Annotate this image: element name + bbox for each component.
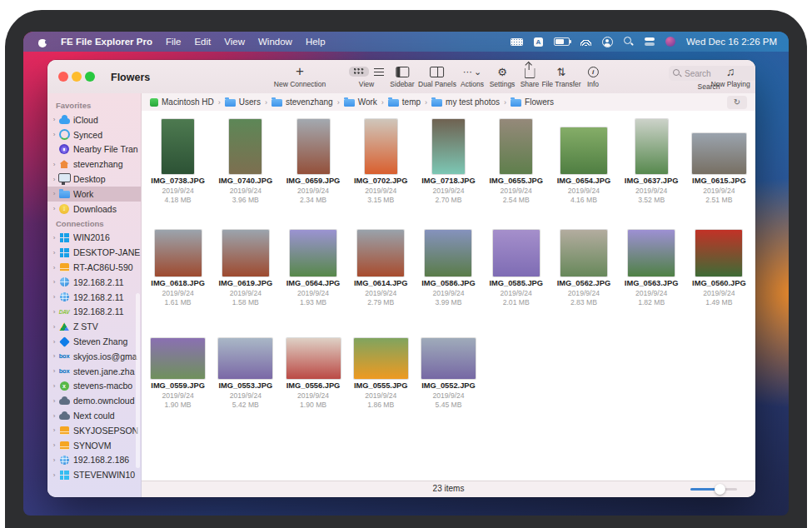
- file-thumbnail[interactable]: [421, 338, 476, 379]
- wifi-icon[interactable]: [580, 38, 591, 46]
- close-button[interactable]: [58, 72, 68, 82]
- file-thumbnail[interactable]: [692, 133, 746, 174]
- file-thumbnail[interactable]: [432, 119, 465, 174]
- account-icon[interactable]: [602, 37, 613, 47]
- file-thumbnail[interactable]: [297, 119, 330, 174]
- sidebar-item-stevenzhang[interactable]: ›stevenzhang: [47, 157, 141, 172]
- file-thumbnail[interactable]: [500, 119, 532, 174]
- breadcrumb-item[interactable]: Users: [225, 97, 261, 107]
- breadcrumb-item[interactable]: temp: [388, 97, 421, 107]
- file-thumbnail[interactable]: [354, 338, 408, 379]
- menu-bar-clock[interactable]: Wed Dec 16 2:26 PM: [686, 37, 777, 47]
- file-item[interactable]: IMG_0586.JPG2019/9/243.99 MB: [415, 217, 482, 320]
- grid-view-button[interactable]: [349, 67, 369, 77]
- status-app-icon[interactable]: [665, 37, 675, 47]
- sidebar-item-next-could[interactable]: ›Next could: [47, 408, 141, 423]
- settings-button[interactable]: ⚙ Settings: [490, 64, 516, 88]
- sidebar-item-192-168-2-11[interactable]: ›DAV192.168.2.11: [47, 305, 141, 320]
- sidebar-item-z-stv[interactable]: ›Z STV: [47, 319, 141, 334]
- file-item[interactable]: IMG_0556.JPG2019/9/241.90 MB: [279, 320, 346, 422]
- file-thumbnail[interactable]: [162, 119, 194, 174]
- file-item[interactable]: IMG_0738.JPG2019/9/244.18 MB: [144, 115, 212, 217]
- zoom-button[interactable]: [85, 72, 95, 82]
- sidebar-item-demo-owncloud[interactable]: ›demo.owncloud: [47, 393, 141, 408]
- actions-button[interactable]: ⋯⌄ Actions: [461, 64, 484, 88]
- sidebar-item-synovm[interactable]: ›SYNOVM: [47, 438, 141, 453]
- disclosure-chevron-icon[interactable]: ›: [51, 190, 57, 197]
- sidebar-item-192-168-2-11[interactable]: ›192.168.2.11: [47, 275, 141, 290]
- minimize-button[interactable]: [72, 72, 82, 82]
- file-item[interactable]: IMG_0552.JPG2019/9/245.45 MB: [415, 320, 482, 422]
- disclosure-chevron-icon[interactable]: ›: [51, 278, 57, 286]
- sidebar-item-synced[interactable]: ›Synced: [47, 127, 141, 142]
- file-item[interactable]: IMG_0740.JPG2019/9/243.96 MB: [212, 115, 279, 217]
- file-thumbnail[interactable]: [635, 119, 668, 174]
- breadcrumb-item[interactable]: Macintosh HD: [150, 97, 214, 107]
- sidebar-item-desktop-jane[interactable]: ›DESKTOP-JANE: [47, 245, 141, 260]
- file-thumbnail[interactable]: [290, 230, 336, 276]
- file-item[interactable]: IMG_0560.JPG2019/9/241.49 MB: [685, 217, 753, 320]
- sidebar-item-icloud[interactable]: ›iCloud: [47, 112, 141, 127]
- sidebar-item-work[interactable]: ›Work: [47, 187, 141, 202]
- disclosure-chevron-icon[interactable]: ›: [51, 176, 57, 183]
- spotlight-icon[interactable]: [624, 37, 634, 47]
- sidebar-item-192-168-2-186[interactable]: ›192.168.2.186: [47, 453, 141, 468]
- disclosure-chevron-icon[interactable]: ›: [51, 205, 57, 212]
- breadcrumb-item[interactable]: Work: [344, 97, 377, 107]
- file-item[interactable]: IMG_0555.JPG2019/9/241.86 MB: [347, 320, 415, 422]
- disclosure-chevron-icon[interactable]: ›: [51, 382, 57, 390]
- list-view-icon[interactable]: [374, 68, 384, 76]
- file-thumbnail[interactable]: [493, 230, 540, 276]
- file-thumbnail[interactable]: [155, 230, 202, 276]
- menu-item-file[interactable]: File: [166, 37, 182, 47]
- file-thumbnail[interactable]: [222, 230, 269, 276]
- menu-item-edit[interactable]: Edit: [194, 37, 211, 47]
- refresh-button[interactable]: ↻: [727, 96, 747, 109]
- disclosure-chevron-icon[interactable]: ›: [51, 116, 57, 123]
- share-button[interactable]: Share: [521, 64, 540, 88]
- file-item[interactable]: IMG_0563.JPG2019/9/241.82 MB: [618, 217, 685, 320]
- disclosure-chevron-icon[interactable]: ›: [51, 131, 57, 138]
- sidebar-item-desktop[interactable]: ›Desktop: [47, 172, 141, 187]
- menu-item-help[interactable]: Help: [306, 37, 326, 47]
- disclosure-chevron-icon[interactable]: ›: [51, 338, 57, 346]
- sidebar-item-stevens-macbo[interactable]: ›xstevens-macbo: [47, 379, 141, 394]
- file-item[interactable]: IMG_0659.JPG2019/9/242.34 MB: [279, 115, 346, 217]
- disclosure-chevron-icon[interactable]: ›: [51, 161, 57, 168]
- file-transfer-button[interactable]: ⇅ File Transfer: [541, 64, 580, 88]
- new-connection-button[interactable]: + New Connection: [274, 64, 326, 88]
- file-thumbnail[interactable]: [357, 230, 404, 276]
- disclosure-chevron-icon[interactable]: ›: [51, 426, 57, 434]
- file-thumbnail[interactable]: [560, 127, 607, 174]
- disclosure-chevron-icon[interactable]: ›: [51, 249, 57, 257]
- control-center-icon[interactable]: [645, 37, 655, 46]
- sidebar-item-skyjos-ios-gma[interactable]: ›boxskyjos.ios@gma: [47, 349, 141, 364]
- info-button[interactable]: i Info: [587, 64, 599, 88]
- sidebar-item-downloads[interactable]: ›↓Downloads: [47, 202, 141, 217]
- file-item[interactable]: IMG_0655.JPG2019/9/242.54 MB: [482, 115, 550, 217]
- app-menu-title[interactable]: FE File Explorer Pro: [61, 37, 152, 47]
- file-thumbnail[interactable]: [229, 119, 262, 174]
- disclosure-chevron-icon[interactable]: ›: [51, 308, 57, 316]
- file-item[interactable]: IMG_0637.JPG2019/9/243.52 MB: [618, 115, 685, 217]
- disclosure-chevron-icon[interactable]: ›: [51, 397, 57, 405]
- file-item[interactable]: IMG_0562.JPG2019/9/242.83 MB: [550, 217, 617, 320]
- menu-item-window[interactable]: Window: [258, 37, 292, 47]
- sidebar-item-steven-zhang[interactable]: ›Steven Zhang: [47, 334, 141, 349]
- disclosure-chevron-icon[interactable]: ›: [51, 293, 57, 301]
- file-item[interactable]: IMG_0618.JPG2019/9/241.61 MB: [144, 217, 212, 320]
- sidebar-item-rt-ac86u-590[interactable]: ›RT-AC86U-590: [47, 260, 141, 275]
- file-thumbnail[interactable]: [365, 119, 397, 174]
- keyboard-icon[interactable]: [511, 38, 523, 46]
- disclosure-chevron-icon[interactable]: ›: [51, 323, 57, 331]
- disclosure-chevron-icon[interactable]: ›: [51, 367, 57, 375]
- sidebar-item-nearby-file-tran[interactable]: Nearby File Tran: [47, 142, 141, 157]
- disclosure-chevron-icon[interactable]: ›: [51, 471, 57, 479]
- view-switcher[interactable]: View: [349, 64, 384, 88]
- file-item[interactable]: IMG_0619.JPG2019/9/241.58 MB: [212, 217, 279, 320]
- file-item[interactable]: IMG_0718.JPG2019/9/242.70 MB: [415, 115, 482, 217]
- sidebar-item-steven-jane-zha[interactable]: ›boxsteven.jane.zha: [47, 364, 141, 379]
- file-item[interactable]: IMG_0564.JPG2019/9/241.93 MB: [279, 217, 346, 320]
- thumbnail-size-slider[interactable]: [690, 488, 737, 491]
- file-item[interactable]: IMG_0559.JPG2019/9/241.90 MB: [144, 320, 212, 422]
